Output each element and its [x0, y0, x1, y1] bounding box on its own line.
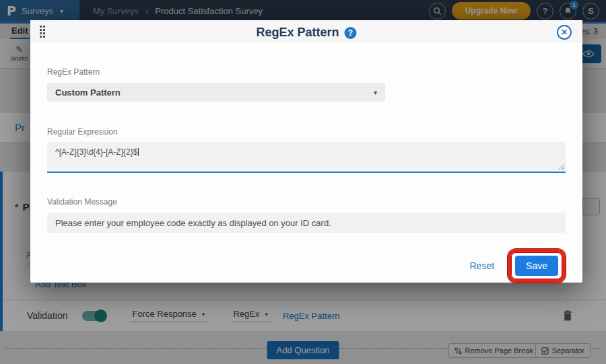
expression-textarea[interactable]: ^[A-Z]{3}\d{4}-[A-Z]{2}$: [47, 142, 566, 173]
pattern-field-label: RegEx Pattern: [47, 67, 566, 77]
modal-actions: Reset Save: [47, 249, 566, 289]
modal-title: RegEx Pattern: [256, 26, 339, 40]
pattern-select[interactable]: Custom Pattern ▾: [47, 83, 385, 102]
validation-message-input[interactable]: Please enter your employee code exactly …: [47, 213, 566, 233]
help-icon[interactable]: ?: [345, 27, 357, 39]
modal-title-wrap: RegEx Pattern ?: [256, 26, 356, 40]
expression-field-label: Regular Expression: [47, 127, 566, 137]
validation-message-value: Please enter your employee code exactly …: [55, 218, 331, 228]
red-highlight-annotation: Save: [508, 249, 566, 283]
save-button[interactable]: Save: [515, 256, 558, 276]
resize-grip-icon[interactable]: [558, 163, 564, 170]
modal-body: RegEx Pattern Custom Pattern ▾ Regular E…: [30, 67, 582, 289]
expression-value: ^[A-Z]{3}\d{4}-[A-Z]{2}$: [55, 147, 137, 157]
pattern-selected-value: Custom Pattern: [55, 87, 121, 98]
regex-pattern-modal: RegEx Pattern ? ✕ RegEx Pattern Custom P…: [30, 20, 582, 283]
drag-handle-icon[interactable]: [40, 26, 45, 38]
message-field-label: Validation Message: [47, 197, 566, 207]
modal-header: RegEx Pattern ? ✕: [30, 20, 582, 43]
close-icon[interactable]: ✕: [557, 25, 572, 40]
reset-link[interactable]: Reset: [470, 260, 495, 271]
text-cursor: [138, 148, 139, 156]
chevron-down-icon: ▾: [374, 89, 377, 96]
